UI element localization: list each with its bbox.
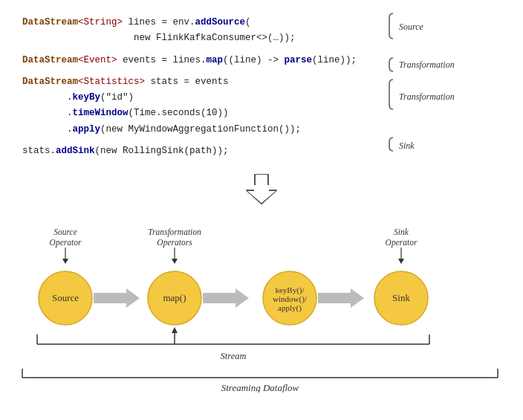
diagram-section: Source Operator Transformation Operators… — [15, 214, 508, 407]
code-section: DataStream<String> lines = env.addSource… — [15, 7, 508, 167]
svg-marker-16 — [172, 259, 178, 264]
down-arrow-container — [15, 174, 508, 205]
svg-text:Streaming Dataflow: Streaming Dataflow — [221, 382, 299, 392]
svg-text:Sink: Sink — [392, 292, 410, 303]
svg-text:Operator: Operator — [386, 238, 418, 248]
svg-text:Transformation: Transformation — [148, 227, 201, 237]
svg-marker-31 — [94, 288, 140, 308]
svg-text:Sink: Sink — [394, 227, 409, 236]
svg-text:Operator: Operator — [50, 238, 82, 248]
svg-text:Source: Source — [399, 22, 424, 32]
svg-marker-32 — [203, 288, 249, 308]
svg-text:map(): map() — [163, 292, 186, 303]
svg-text:Source: Source — [52, 292, 79, 303]
svg-text:Operators: Operators — [157, 238, 192, 248]
main-container: DataStream<String> lines = env.addSource… — [0, 0, 523, 415]
svg-marker-20 — [398, 259, 404, 264]
svg-text:apply(): apply() — [278, 303, 302, 313]
down-arrow-svg — [243, 174, 280, 205]
svg-marker-38 — [172, 327, 178, 333]
diagram-svg: Source Operator Transformation Operators… — [15, 222, 508, 392]
svg-text:Stream: Stream — [221, 351, 247, 361]
svg-text:Transformation: Transformation — [399, 91, 455, 102]
code-annotations-svg: Source Transformation Transformation Sin… — [386, 7, 508, 167]
svg-text:Sink: Sink — [399, 140, 415, 151]
svg-text:Transformation: Transformation — [399, 59, 455, 70]
svg-text:Source: Source — [53, 227, 77, 236]
svg-marker-33 — [318, 288, 364, 308]
svg-marker-8 — [248, 185, 275, 202]
svg-marker-12 — [62, 259, 68, 264]
